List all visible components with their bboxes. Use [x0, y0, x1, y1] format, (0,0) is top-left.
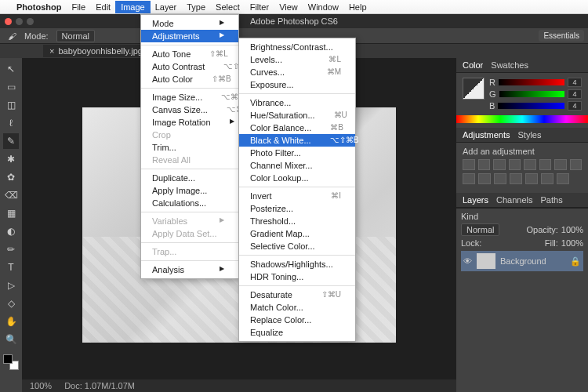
adj-hue-icon[interactable] — [539, 159, 552, 170]
image-menu-item[interactable]: Mode — [141, 17, 238, 30]
marquee-tool[interactable]: ▭ — [3, 79, 19, 95]
zoom-window-icon[interactable] — [27, 18, 34, 25]
adj-exposure-icon[interactable] — [509, 159, 521, 170]
adjustments-menu-item[interactable]: Posterize... — [239, 202, 355, 215]
adjustments-menu-item[interactable]: Gradient Map... — [239, 227, 355, 240]
adjustments-menu-item[interactable]: Color Lookup... — [239, 172, 355, 184]
adjustments-tab[interactable]: Adjustments — [463, 130, 510, 140]
tab-close-icon[interactable]: × — [49, 46, 54, 56]
menu-image[interactable]: Image — [115, 1, 151, 13]
blend-mode-select[interactable]: Normal — [461, 223, 499, 236]
adj-vibrance-icon[interactable] — [524, 159, 536, 170]
adj-gradmap-icon[interactable] — [541, 173, 554, 184]
adjustments-menu-item[interactable]: Threshold... — [239, 215, 355, 227]
adjustments-menu-item[interactable]: Replace Color... — [239, 314, 355, 326]
adjustments-menu-item[interactable]: Curves...⌘M — [239, 66, 355, 78]
g-slider[interactable] — [499, 91, 564, 97]
menu-help[interactable]: Help — [349, 2, 367, 12]
channels-tab[interactable]: Channels — [496, 195, 532, 205]
zoom-tool[interactable]: 🔍 — [3, 332, 19, 347]
healing-tool[interactable]: ✱ — [3, 151, 19, 167]
image-menu-item[interactable]: Auto Color⇧⌘B — [141, 73, 238, 85]
brush-icon[interactable]: 🖌 — [8, 31, 16, 41]
adjustments-menu-item[interactable]: HDR Toning... — [239, 270, 355, 283]
styles-tab[interactable]: Styles — [518, 130, 542, 140]
workspace-switcher[interactable]: Essentials — [539, 30, 584, 42]
image-menu-item[interactable]: Trim... — [141, 141, 238, 154]
menu-type[interactable]: Type — [187, 2, 205, 12]
adj-curves-icon[interactable] — [493, 159, 506, 170]
layer-thumbnail[interactable] — [477, 253, 495, 269]
adjustments-menu-item[interactable]: Shadows/Highlights... — [239, 258, 355, 270]
pen-tool[interactable]: ✏ — [3, 241, 19, 257]
adj-selcolor-icon[interactable] — [557, 173, 569, 184]
menu-select[interactable]: Select — [216, 2, 240, 12]
adjustments-menu-item[interactable]: Exposure... — [239, 78, 355, 91]
adjustments-menu-item[interactable]: Brightness/Contrast... — [239, 41, 355, 53]
adj-brightness-icon[interactable] — [463, 159, 475, 170]
fill-value[interactable]: 100% — [561, 238, 583, 248]
menu-view[interactable]: View — [279, 2, 298, 12]
eraser-tool[interactable]: ⌫ — [3, 187, 19, 203]
image-menu-item[interactable]: Analysis — [141, 263, 238, 276]
foreground-background-swatch[interactable] — [463, 78, 485, 100]
layers-tab[interactable]: Layers — [463, 195, 488, 205]
swatches-tab[interactable]: Swatches — [491, 60, 528, 70]
adj-invert-icon[interactable] — [494, 173, 506, 184]
adjustments-menu-item[interactable]: Color Balance...⌘B — [239, 122, 355, 134]
image-menu-item[interactable]: Auto Contrast⌥⇧⌘L — [141, 60, 238, 73]
adjustments-menu-item[interactable]: Hue/Saturation...⌘U — [239, 109, 355, 122]
image-menu-item[interactable]: Image Rotation — [141, 116, 238, 129]
adjustments-menu-item[interactable]: Channel Mixer... — [239, 159, 355, 172]
color-swatch[interactable] — [3, 354, 19, 370]
adjustments-menu-item[interactable]: Selective Color... — [239, 240, 355, 252]
type-tool[interactable]: T — [3, 260, 19, 275]
b-value[interactable]: 4 — [568, 101, 582, 111]
adj-mixer-icon[interactable] — [463, 173, 475, 184]
zoom-level[interactable]: 100% — [30, 381, 52, 390]
gradient-tool[interactable]: ▦ — [3, 205, 19, 221]
mode-select[interactable]: Normal — [56, 30, 95, 42]
adjustments-menu-item[interactable]: Equalize — [239, 326, 355, 339]
adjustments-menu-item[interactable]: Match Color... — [239, 301, 355, 314]
adj-poster-icon[interactable] — [510, 173, 522, 184]
menu-filter[interactable]: Filter — [250, 2, 269, 12]
hand-tool[interactable]: ✋ — [3, 314, 19, 329]
adj-thresh-icon[interactable] — [525, 173, 538, 184]
close-window-icon[interactable] — [5, 18, 12, 25]
image-menu-item[interactable]: Adjustments — [141, 30, 238, 42]
image-menu-item[interactable]: Calculations... — [141, 197, 238, 209]
adj-levels-icon[interactable] — [478, 159, 491, 170]
path-tool[interactable]: ▷ — [3, 278, 19, 293]
brush-tool[interactable]: ✎ — [3, 133, 19, 149]
shape-tool[interactable]: ◇ — [3, 296, 19, 311]
menu-file[interactable]: File — [71, 2, 85, 12]
adjustments-menu-item[interactable]: Photo Filter... — [239, 147, 355, 159]
adjustments-menu-item[interactable]: Black & White...⌥⇧⌘B — [239, 134, 355, 147]
image-menu-item[interactable]: Apply Image... — [141, 184, 238, 197]
menu-app[interactable]: Photoshop — [16, 2, 61, 12]
menu-edit[interactable]: Edit — [96, 2, 111, 12]
r-slider[interactable] — [499, 79, 564, 85]
b-slider[interactable] — [498, 103, 564, 109]
opacity-value[interactable]: 100% — [561, 225, 583, 234]
menu-window[interactable]: Window — [308, 2, 339, 12]
color-spectrum[interactable] — [456, 115, 588, 123]
image-menu-item[interactable]: Duplicate... — [141, 172, 238, 184]
g-value[interactable]: 4 — [568, 89, 582, 99]
image-menu-item[interactable]: Image Size...⌥⌘I — [141, 91, 238, 103]
visibility-icon[interactable]: 👁 — [463, 256, 472, 266]
minimize-window-icon[interactable] — [16, 18, 23, 25]
move-tool[interactable]: ↖ — [3, 61, 19, 77]
image-menu-item[interactable]: Canvas Size...⌥⌘C — [141, 103, 238, 116]
adj-photo-icon[interactable] — [570, 159, 583, 170]
adj-bw-icon[interactable] — [554, 159, 567, 170]
menu-layer[interactable]: Layer — [155, 2, 177, 12]
clone-tool[interactable]: ✿ — [3, 169, 19, 185]
adj-lookup-icon[interactable] — [478, 173, 491, 184]
crop-tool[interactable]: ◫ — [3, 97, 19, 113]
paths-tab[interactable]: Paths — [541, 195, 563, 205]
adjustments-menu-item[interactable]: Levels...⌘L — [239, 53, 355, 66]
image-menu-item[interactable]: Auto Tone⇧⌘L — [141, 48, 238, 60]
layer-row-background[interactable]: 👁 Background 🔒 — [461, 251, 583, 271]
